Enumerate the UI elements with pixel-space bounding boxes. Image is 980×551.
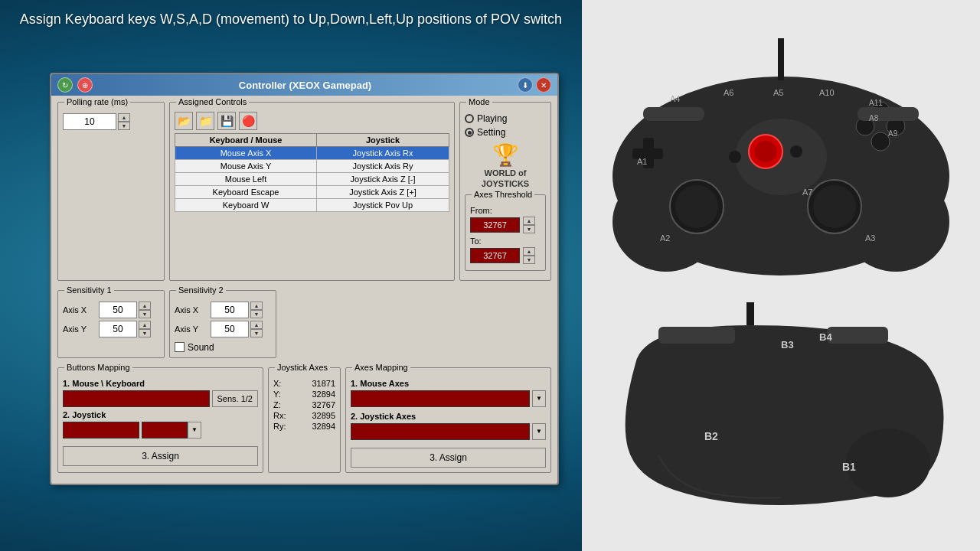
svg-point-11 [871, 132, 890, 151]
mouse-keyboard-sublabel: 1. Mouse \ Keyboard [63, 379, 258, 388]
sens1-axisx-input[interactable] [99, 302, 137, 318]
trophy-icon: 🏆 [492, 142, 519, 168]
from-label: From: [470, 206, 493, 215]
svg-rect-32 [658, 327, 735, 344]
axis-label: Rx: [273, 411, 286, 420]
axes-value-row: X:31871 [273, 379, 335, 388]
instruction-text: Assign Keyboard keys W,S,A,D (movement) … [20, 11, 562, 27]
sens2-axisy-up[interactable]: ▲ [250, 321, 263, 329]
sens-button[interactable]: Sens. 1/2 [212, 390, 258, 407]
sensitivity1-label: Sensitivity 1 [64, 285, 114, 295]
sound-label: Sound [188, 342, 214, 353]
svg-point-16 [755, 141, 776, 162]
svg-rect-18 [858, 107, 919, 121]
joystick-axes-section: Joystick Axes X:31871Y:32894Z:32767Rx:32… [268, 367, 341, 473]
mouse-axes-input[interactable] [351, 390, 530, 407]
joystick-axes-input[interactable] [351, 423, 530, 440]
assigned-controls-label: Assigned Controls [176, 97, 249, 106]
open-button[interactable]: 📂 [175, 112, 193, 130]
axis-value: 31871 [312, 379, 335, 388]
table-row[interactable]: Mouse Axis XJoystick Axis Rx [175, 147, 449, 160]
mapping-table: Keyboard / Mouse Joystick Mouse Axis XJo… [175, 133, 449, 212]
keyboard-cell: Mouse Axis X [175, 147, 317, 160]
sens2-axisx-down[interactable]: ▼ [250, 310, 263, 318]
table-row[interactable]: Mouse Axis YJoystick Axis Ry [175, 160, 449, 173]
sens1-axisx-label: Axis X [63, 305, 97, 315]
svg-point-6 [675, 185, 718, 228]
sens1-axisx-down[interactable]: ▼ [139, 310, 151, 318]
axes-assign-button[interactable]: 3. Assign [351, 448, 546, 468]
to-up-button[interactable]: ▲ [523, 247, 535, 256]
mode-playing-radio[interactable]: Playing [465, 113, 546, 124]
joystick-input1[interactable] [63, 422, 139, 439]
svg-point-2 [842, 172, 949, 272]
buttons-mapping-section: Buttons Mapping 1. Mouse \ Keyboard Sens… [57, 367, 263, 473]
joystick-cell: Joystick Axis Ry [317, 160, 449, 173]
title-bar: ↻ ⊕ Controller (XEOX Gamepad) ⬇ ✕ [51, 74, 557, 96]
mode-section: Mode Playing Setting 🏆 WORLD of JOYSTICK… [459, 102, 551, 281]
sens1-axisy-up[interactable]: ▲ [139, 321, 151, 329]
remove-button[interactable]: 🔴 [239, 112, 257, 130]
to-input[interactable] [470, 248, 520, 263]
table-row[interactable]: Mouse LeftJoystick Axis Z [-] [175, 173, 449, 186]
gamepad-top-view: A4 A6 A5 A10 A1 A8 A9 A11 A2 A3 A7 [597, 38, 965, 283]
svg-text:A9: A9 [888, 129, 898, 138]
svg-text:A7: A7 [802, 187, 812, 197]
playing-radio-dot [465, 114, 474, 123]
save-button[interactable]: 💾 [217, 112, 236, 130]
svg-point-8 [813, 185, 856, 228]
folder-button[interactable]: 📁 [196, 112, 214, 130]
keyboard-cell: Mouse Left [175, 173, 317, 186]
axis-label: Y: [273, 390, 281, 399]
table-row[interactable]: Keyboard EscapeJoystick Axis Z [+] [175, 186, 449, 199]
mode-setting-radio[interactable]: Setting [465, 127, 546, 138]
refresh-button[interactable]: ↻ [57, 77, 73, 93]
col-joystick: Joystick [317, 134, 449, 147]
axis-label: Z: [273, 400, 281, 409]
joystick-input2[interactable] [142, 422, 188, 439]
sens2-axisx-input[interactable] [211, 302, 249, 318]
joystick-axes-dropdown[interactable]: ▼ [532, 423, 546, 440]
joystick-cell: Joystick Axis Z [+] [317, 186, 449, 199]
axes-value-row: Y:32894 [273, 390, 335, 399]
sensitivity2-section: Sensitivity 2 Axis X ▲ ▼ Axis Y [169, 290, 276, 358]
from-input[interactable] [470, 217, 520, 233]
from-up-button[interactable]: ▲ [523, 217, 535, 225]
sens2-axisx-label: Axis X [175, 305, 209, 315]
download-button[interactable]: ⬇ [518, 77, 533, 93]
table-row[interactable]: Keyboard WJoystick Pov Up [175, 199, 449, 212]
sens1-axisy-input[interactable] [99, 321, 137, 337]
axis-value: 32895 [312, 411, 335, 420]
from-down-button[interactable]: ▼ [523, 225, 535, 233]
svg-text:A5: A5 [773, 88, 783, 97]
sens1-axisx-up[interactable]: ▲ [139, 302, 151, 310]
keyboard-cell: Keyboard W [175, 199, 317, 212]
polling-down-button[interactable]: ▼ [118, 122, 130, 130]
gamepad-area: A4 A6 A5 A10 A1 A8 A9 A11 A2 A3 A7 [582, 0, 980, 551]
mouse-axes-dropdown[interactable]: ▼ [532, 390, 546, 407]
close-button[interactable]: ✕ [536, 77, 551, 93]
joystick-dropdown-arrow[interactable]: ▼ [188, 422, 201, 439]
sens2-axisy-down[interactable]: ▼ [250, 329, 263, 337]
joystick-cell: Joystick Axis Rx [317, 147, 449, 160]
sens2-axisx-up[interactable]: ▲ [250, 302, 263, 310]
mouse-keyboard-input[interactable] [63, 390, 210, 407]
sound-checkbox[interactable] [175, 342, 185, 352]
trophy-area: 🏆 WORLD of JOYSTICKS [465, 142, 546, 190]
gamepad-bottom-view: B4 B3 B2 B1 [597, 298, 965, 513]
mode-label: Mode [466, 97, 492, 106]
joystick-cell: Joystick Pov Up [317, 199, 449, 212]
joystick-axes-sublabel: 2. Joystick Axes [351, 412, 546, 421]
buttons-assign-button[interactable]: 3. Assign [63, 446, 258, 466]
axis-value: 32894 [312, 390, 335, 399]
polling-input[interactable]: 10 [63, 113, 116, 130]
axis-value: 32894 [312, 422, 335, 431]
sens1-axisy-down[interactable]: ▼ [139, 329, 151, 337]
polling-up-button[interactable]: ▲ [118, 113, 130, 122]
help-button[interactable]: ⊕ [77, 77, 93, 93]
axis-label: X: [273, 379, 281, 388]
sens2-axisy-input[interactable] [211, 321, 249, 337]
svg-text:A4: A4 [670, 94, 680, 103]
svg-point-19 [729, 151, 741, 163]
to-down-button[interactable]: ▼ [523, 256, 535, 264]
